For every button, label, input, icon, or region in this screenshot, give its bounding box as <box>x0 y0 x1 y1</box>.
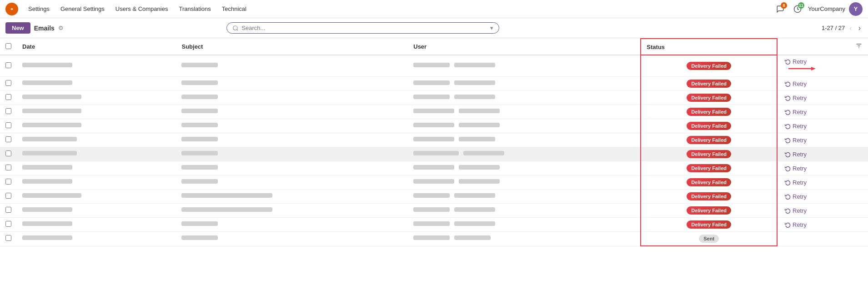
table-row: Delivery Failed Retry <box>0 147 868 161</box>
svg-point-2 <box>233 25 237 30</box>
table-row: Delivery Failed Retry <box>0 119 868 133</box>
retry-button[interactable]: Retry <box>785 193 861 200</box>
row-checkbox-cell[interactable] <box>0 175 17 190</box>
retry-button[interactable]: Retry <box>785 179 861 186</box>
next-page-button[interactable]: › <box>857 23 863 33</box>
user-cell <box>408 161 641 175</box>
activity-badge: 11 <box>798 2 804 9</box>
prev-page-button[interactable]: ‹ <box>848 23 853 33</box>
row-checkbox[interactable] <box>5 62 11 68</box>
status-cell: Delivery Failed <box>641 105 777 119</box>
nav-general-settings[interactable]: General Settings <box>56 4 109 14</box>
date-cell <box>17 190 176 204</box>
delivery-failed-badge: Delivery Failed <box>687 136 731 144</box>
action-cell[interactable]: Retry <box>777 147 868 161</box>
row-checkbox[interactable] <box>5 235 11 241</box>
row-checkbox[interactable] <box>5 207 11 213</box>
nav-users-companies[interactable]: Users & Companies <box>111 4 173 14</box>
date-cell <box>17 119 176 133</box>
retry-button[interactable]: Retry <box>785 95 861 101</box>
subject-cell <box>176 147 408 161</box>
row-checkbox-cell[interactable] <box>0 147 17 161</box>
action-cell[interactable]: Retry <box>777 161 868 175</box>
action-cell[interactable]: Retry <box>777 190 868 204</box>
row-checkbox-cell[interactable] <box>0 77 17 91</box>
action-cell[interactable]: Retry <box>777 204 868 218</box>
row-checkbox-cell[interactable] <box>0 218 17 232</box>
retry-icon <box>785 81 791 87</box>
retry-icon <box>785 208 791 214</box>
nav-technical[interactable]: Technical <box>217 4 251 14</box>
row-checkbox[interactable] <box>5 179 11 185</box>
action-cell[interactable]: Retry <box>777 55 868 77</box>
subject-cell <box>176 105 408 119</box>
retry-button[interactable]: Retry <box>785 221 861 228</box>
row-checkbox[interactable] <box>5 108 11 114</box>
user-avatar[interactable]: Y <box>849 2 863 16</box>
subject-cell <box>176 55 408 77</box>
row-checkbox-cell[interactable] <box>0 119 17 133</box>
retry-icon <box>785 59 791 65</box>
action-cell[interactable]: Retry <box>777 77 868 91</box>
action-cell[interactable]: Retry <box>777 218 868 232</box>
row-checkbox-cell[interactable] <box>0 204 17 218</box>
new-button[interactable]: New <box>5 22 30 34</box>
gear-icon[interactable]: ⚙ <box>58 25 64 31</box>
app-logo[interactable] <box>5 3 18 15</box>
col-action <box>777 39 868 55</box>
table-row: Delivery Failed Retry <box>0 204 868 218</box>
row-checkbox[interactable] <box>5 150 11 156</box>
status-cell: Delivery Failed <box>641 218 777 232</box>
retry-icon <box>785 123 791 129</box>
row-checkbox-cell[interactable] <box>0 105 17 119</box>
retry-button[interactable]: Retry <box>785 109 861 115</box>
retry-button[interactable]: Retry <box>785 80 861 87</box>
select-all-checkbox[interactable] <box>5 43 11 49</box>
messages-badge: 8 <box>781 2 787 9</box>
action-cell[interactable] <box>777 232 868 246</box>
company-name[interactable]: YourCompany <box>808 5 845 12</box>
retry-button[interactable]: Retry <box>785 151 861 158</box>
activity-icon-btn[interactable]: 11 <box>791 2 804 16</box>
action-cell[interactable]: Retry <box>777 175 868 190</box>
retry-button[interactable]: Retry <box>785 137 861 144</box>
row-checkbox[interactable] <box>5 80 11 86</box>
user-cell <box>408 147 641 161</box>
select-all-checkbox-header[interactable] <box>0 39 17 55</box>
table-header-row: Date Subject User Status <box>0 39 868 55</box>
retry-button[interactable]: Retry <box>785 123 861 130</box>
action-cell[interactable]: Retry <box>777 133 868 147</box>
search-dropdown-icon[interactable]: ▾ <box>490 25 493 31</box>
messages-icon-btn[interactable]: 8 <box>773 2 787 16</box>
action-cell[interactable]: Retry <box>777 91 868 105</box>
row-checkbox[interactable] <box>5 193 11 199</box>
row-checkbox-cell[interactable] <box>0 190 17 204</box>
table-row: Delivery Failed Retry <box>0 190 868 204</box>
row-checkbox-cell[interactable] <box>0 232 17 246</box>
subject-cell <box>176 218 408 232</box>
row-checkbox[interactable] <box>5 136 11 142</box>
svg-marker-8 <box>811 67 816 70</box>
row-checkbox-cell[interactable] <box>0 91 17 105</box>
status-cell: Delivery Failed <box>641 147 777 161</box>
action-cell[interactable]: Retry <box>777 105 868 119</box>
nav-translations[interactable]: Translations <box>174 4 215 14</box>
status-cell: Delivery Failed <box>641 77 777 91</box>
row-checkbox-cell[interactable] <box>0 133 17 147</box>
search-input[interactable] <box>241 25 487 31</box>
nav-settings[interactable]: Settings <box>24 4 54 14</box>
filter-icon[interactable] <box>855 42 863 50</box>
delivery-failed-badge: Delivery Failed <box>687 150 731 158</box>
action-cell[interactable]: Retry <box>777 119 868 133</box>
row-checkbox[interactable] <box>5 94 11 100</box>
subject-cell <box>176 119 408 133</box>
retry-button[interactable]: Retry <box>785 58 861 65</box>
row-checkbox[interactable] <box>5 221 11 227</box>
retry-label: Retry <box>793 137 807 144</box>
row-checkbox-cell[interactable] <box>0 161 17 175</box>
retry-button[interactable]: Retry <box>785 207 861 214</box>
row-checkbox[interactable] <box>5 165 11 170</box>
row-checkbox[interactable] <box>5 122 11 128</box>
row-checkbox-cell[interactable] <box>0 55 17 77</box>
retry-button[interactable]: Retry <box>785 165 861 172</box>
